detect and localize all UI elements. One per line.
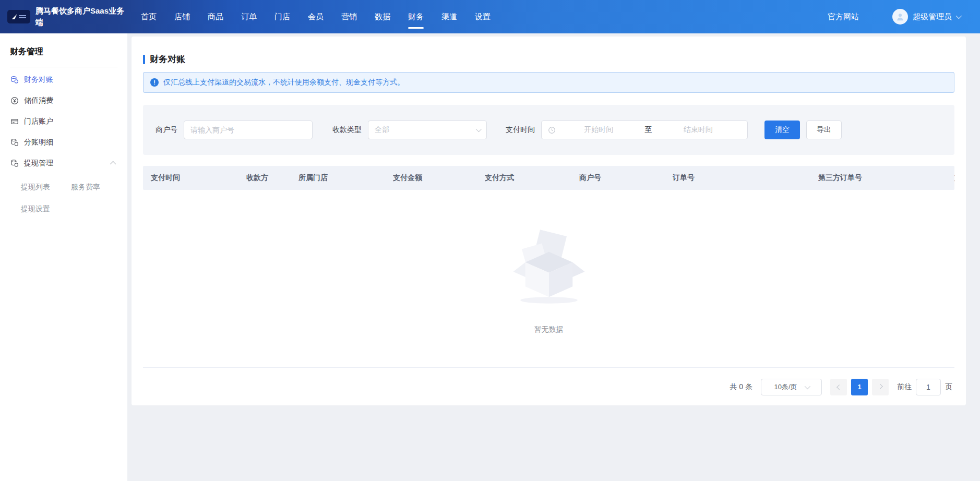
chevron-down-icon (804, 383, 810, 389)
table-header-row: 支付时间 收款方 所属门店 支付金额 支付方式 商户号 订单号 第三方订单号 支… (143, 166, 954, 190)
column-header-store: 所属门店 (298, 173, 393, 183)
sidebar-subitem-withdraw-settings[interactable]: 提现设置 (21, 201, 71, 217)
page-title-row: 财务对账 (143, 53, 954, 65)
top-header: 腾马餐饮多商户Saas业务端 首页 店铺 商品 订单 门店 会员 营销 数据 财… (0, 0, 980, 33)
merchant-input[interactable] (184, 121, 313, 139)
person-icon (895, 12, 905, 21)
merchant-filter-group: 商户号 (156, 121, 313, 139)
sidebar: 财务管理 财务对账 储值消费 门店账户 (0, 33, 127, 481)
chevron-up-icon[interactable] (110, 161, 116, 167)
nav-item-order[interactable]: 订单 (241, 1, 257, 33)
main-area: 财务对账 ! 仅汇总线上支付渠道的交易流水，不统计使用余额支付、现金支付等方式。… (127, 33, 980, 481)
header-right: 官方网站 超级管理员 (828, 9, 980, 25)
date-range-picker[interactable]: 开始时间 至 结束时间 (541, 121, 748, 139)
type-filter-group: 收款类型 全部 (332, 121, 487, 139)
column-header-pay-time: 支付时间 (143, 173, 246, 183)
chevron-down-icon[interactable] (956, 13, 962, 19)
coins-icon (10, 76, 19, 85)
empty-box-illustration (507, 223, 591, 305)
title-accent-bar (143, 55, 145, 64)
nav-item-data[interactable]: 数据 (375, 1, 390, 33)
sidebar-item-split-detail[interactable]: 分账明细 (0, 132, 127, 153)
pagination: 共 0 条 10条/页 1 前往 页 (143, 368, 954, 405)
nav-item-home[interactable]: 首页 (141, 1, 157, 33)
type-select[interactable]: 全部 (368, 121, 487, 139)
app-logo-icon (7, 10, 30, 23)
nav-item-marketing[interactable]: 营销 (341, 1, 357, 33)
end-time-placeholder[interactable]: 结束时间 (655, 125, 742, 135)
goto-label: 前往 (897, 382, 912, 392)
chevron-left-icon (836, 384, 842, 390)
column-header-payee: 收款方 (246, 173, 298, 183)
pagination-total: 共 0 条 (730, 382, 752, 392)
column-header-third-party-order-no: 第三方订单号 (818, 173, 954, 183)
range-separator: 至 (642, 125, 655, 135)
filter-panel: 商户号 收款类型 全部 支付时间 开始时间 (143, 105, 954, 155)
start-time-placeholder[interactable]: 开始时间 (556, 125, 642, 135)
nav-item-channel[interactable]: 渠道 (441, 1, 457, 33)
column-header-clipped: 支付 (954, 173, 954, 183)
logo-mark-icon (12, 14, 17, 19)
info-icon: ! (150, 78, 159, 87)
nav-item-finance[interactable]: 财务 (408, 1, 424, 33)
sidebar-item-label: 财务对账 (24, 75, 53, 85)
coins-icon (10, 159, 19, 168)
yuan-circle-icon (10, 97, 19, 105)
nav-item-member[interactable]: 会员 (308, 1, 324, 33)
sidebar-item-label: 储值消费 (24, 96, 53, 105)
chevron-down-icon (476, 126, 482, 132)
sidebar-title: 财务管理 (0, 33, 127, 57)
top-nav: 首页 店铺 商品 订单 门店 会员 营销 数据 财务 渠道 设置 (141, 1, 491, 33)
coins-icon (10, 138, 19, 147)
merchant-label: 商户号 (156, 125, 177, 135)
nav-item-shop[interactable]: 店铺 (174, 1, 190, 33)
sidebar-item-stored-value[interactable]: 储值消费 (0, 90, 127, 111)
sidebar-submenu: 提现列表 服务费率 提现设置 (0, 174, 127, 217)
sidebar-item-withdraw-management[interactable]: 提现管理 (0, 153, 127, 174)
sidebar-subitem-service-rate[interactable]: 服务费率 (71, 179, 121, 195)
sidebar-item-store-account[interactable]: 门店账户 (0, 111, 127, 132)
user-avatar[interactable] (892, 9, 908, 25)
export-button[interactable]: 导出 (806, 121, 842, 139)
nav-item-store[interactable]: 门店 (274, 1, 290, 33)
info-alert: ! 仅汇总线上支付渠道的交易流水，不统计使用余额支付、现金支付等方式。 (143, 72, 954, 93)
clock-icon (548, 126, 556, 134)
alert-text: 仅汇总线上支付渠道的交易流水，不统计使用余额支付、现金支付等方式。 (163, 78, 404, 87)
type-label: 收款类型 (332, 125, 362, 135)
page-suffix: 页 (945, 382, 952, 392)
sidebar-item-label: 提现管理 (24, 159, 53, 168)
sidebar-item-finance-reconciliation[interactable]: 财务对账 (0, 69, 127, 90)
column-header-merchant-no: 商户号 (579, 173, 673, 183)
sidebar-subitem-withdraw-list[interactable]: 提现列表 (21, 179, 71, 195)
sidebar-divider (10, 67, 117, 67)
goto-page-input[interactable] (916, 379, 941, 395)
empty-text: 暂无数据 (534, 325, 564, 334)
chevron-right-icon (877, 384, 882, 389)
page-size-select[interactable]: 10条/页 (761, 379, 822, 395)
logo-text-lines (19, 15, 26, 18)
time-filter-group: 支付时间 开始时间 至 结束时间 (506, 121, 748, 139)
prev-page-button[interactable] (830, 379, 847, 395)
page-title: 财务对账 (150, 53, 185, 65)
user-name[interactable]: 超级管理员 (913, 12, 952, 22)
type-select-value: 全部 (375, 125, 476, 135)
bank-card-icon (10, 117, 19, 126)
column-header-pay-method: 支付方式 (485, 173, 579, 183)
clear-button[interactable]: 清空 (764, 121, 800, 139)
brand: 腾马餐饮多商户Saas业务端 (0, 5, 127, 28)
next-page-button[interactable] (872, 379, 889, 395)
nav-item-settings[interactable]: 设置 (475, 1, 491, 33)
app-title: 腾马餐饮多商户Saas业务端 (35, 5, 127, 28)
column-header-order-no: 订单号 (673, 173, 818, 183)
content-card: 财务对账 ! 仅汇总线上支付渠道的交易流水，不统计使用余额支付、现金支付等方式。… (132, 37, 966, 405)
sidebar-item-label: 门店账户 (24, 117, 53, 126)
page-size-value: 10条/页 (774, 382, 797, 392)
column-header-amount: 支付金额 (393, 173, 485, 183)
page-number-button[interactable]: 1 (851, 379, 868, 395)
time-label: 支付时间 (506, 125, 535, 135)
nav-item-product[interactable]: 商品 (208, 1, 223, 33)
official-site-link[interactable]: 官方网站 (828, 12, 859, 22)
sidebar-item-label: 分账明细 (24, 138, 53, 147)
empty-state: 暂无数据 (143, 190, 954, 367)
